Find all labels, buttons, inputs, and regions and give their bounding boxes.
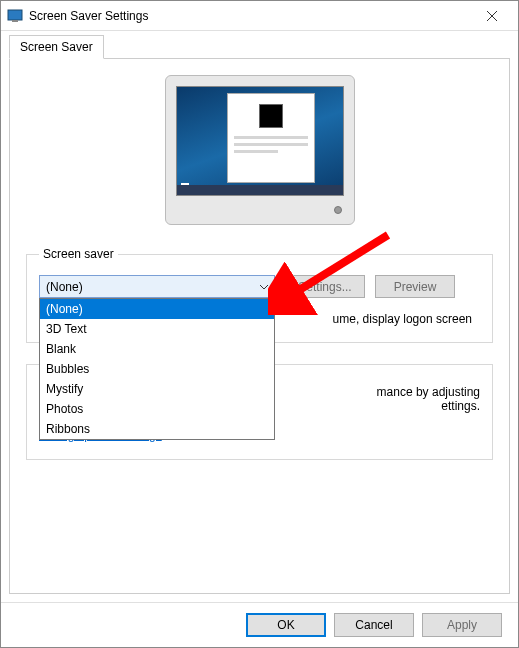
screen-saver-option[interactable]: Blank bbox=[40, 339, 274, 359]
screen-saver-option[interactable]: Ribbons bbox=[40, 419, 274, 439]
preview-button[interactable]: Preview bbox=[375, 275, 455, 298]
settings-button[interactable]: Settings... bbox=[285, 275, 365, 298]
app-icon bbox=[7, 8, 23, 24]
dialog-buttons: OK Cancel Apply bbox=[1, 602, 518, 647]
screen-saver-option[interactable]: Photos bbox=[40, 399, 274, 419]
cancel-button[interactable]: Cancel bbox=[334, 613, 414, 637]
svg-rect-0 bbox=[8, 10, 22, 20]
svg-rect-1 bbox=[12, 20, 18, 22]
screen-saver-dropdown[interactable]: (None)3D TextBlankBubblesMystifyPhotosRi… bbox=[39, 298, 275, 440]
tab-strip: Screen Saver bbox=[1, 31, 518, 59]
screen-saver-option[interactable]: Bubbles bbox=[40, 359, 274, 379]
screen-saver-legend: Screen saver bbox=[39, 247, 118, 261]
screen-saver-combo[interactable]: (None) (None)3D TextBlankBubblesMystifyP… bbox=[39, 275, 275, 298]
apply-button[interactable]: Apply bbox=[422, 613, 502, 637]
screen-saver-group: Screen saver (None) (None)3D TextBlankBu… bbox=[26, 247, 493, 343]
screen-saver-selected: (None) bbox=[46, 280, 83, 294]
chevron-down-icon bbox=[259, 281, 269, 295]
tab-screen-saver[interactable]: Screen Saver bbox=[9, 35, 104, 59]
titlebar: Screen Saver Settings bbox=[1, 1, 518, 31]
close-button[interactable] bbox=[472, 2, 512, 30]
ok-button[interactable]: OK bbox=[246, 613, 326, 637]
screen-saver-option[interactable]: (None) bbox=[40, 299, 274, 319]
monitor-preview bbox=[26, 75, 493, 229]
tab-panel: Screen saver (None) (None)3D TextBlankBu… bbox=[9, 58, 510, 594]
screen-saver-option[interactable]: 3D Text bbox=[40, 319, 274, 339]
screen-saver-option[interactable]: Mystify bbox=[40, 379, 274, 399]
window-title: Screen Saver Settings bbox=[29, 9, 472, 23]
screen-saver-settings-window: Screen Saver Settings Screen Saver bbox=[0, 0, 519, 648]
